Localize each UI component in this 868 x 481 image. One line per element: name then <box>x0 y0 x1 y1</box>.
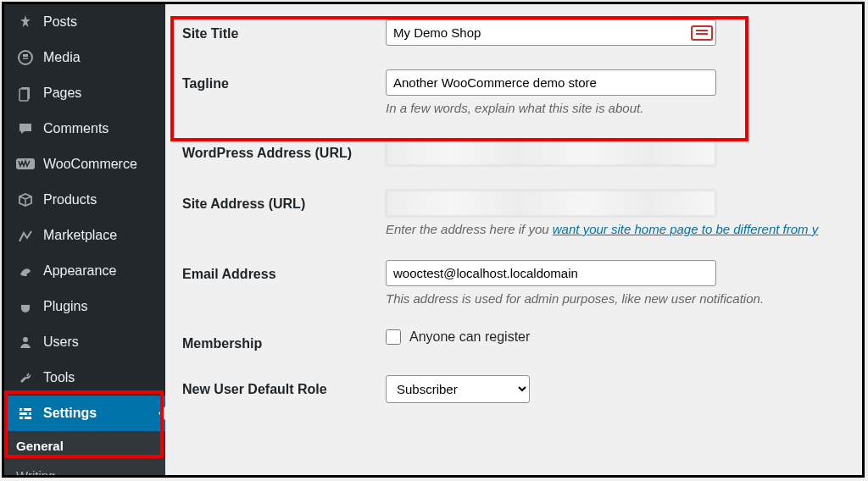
settings-general-form: Site Title Tagline In a few words, expla… <box>165 4 862 475</box>
label-wordpress-url: WordPress Address (URL) <box>182 139 386 166</box>
submenu-item-writing[interactable]: Writing <box>4 461 165 478</box>
settings-icon <box>16 404 35 423</box>
admin-sidebar: Posts Media Pages Comments WooCommerce <box>4 4 165 475</box>
tagline-help: In a few words, explain what this site i… <box>386 101 862 115</box>
sidebar-item-posts[interactable]: Posts <box>4 4 165 40</box>
site-url-help: Enter the address here if you want your … <box>386 222 862 236</box>
sidebar-item-label: Marketplace <box>43 228 117 243</box>
sidebar-item-label: Settings <box>43 406 97 421</box>
label-new-user-role: New User Default Role <box>182 375 386 403</box>
wordpress-url-input[interactable] <box>386 139 716 166</box>
sidebar-item-label: Media <box>43 50 81 65</box>
sidebar-item-label: Tools <box>43 370 75 385</box>
sidebar-item-label: WooCommerce <box>43 157 137 172</box>
svg-point-4 <box>23 337 28 342</box>
sidebar-item-label: Comments <box>43 121 108 136</box>
sidebar-item-marketplace[interactable]: Marketplace <box>4 218 165 253</box>
submenu-item-general[interactable]: General <box>4 431 165 461</box>
sidebar-item-label: Appearance <box>43 263 116 279</box>
new-user-role-select[interactable]: Subscriber <box>386 375 530 403</box>
sidebar-item-media[interactable]: Media <box>4 40 165 75</box>
sidebar-item-comments[interactable]: Comments <box>4 111 165 147</box>
label-membership: Membership <box>182 329 386 351</box>
products-icon <box>16 191 35 209</box>
password-manager-icon[interactable] <box>691 25 713 41</box>
sidebar-item-tools[interactable]: Tools <box>4 360 165 395</box>
sidebar-item-settings[interactable]: Settings <box>4 395 165 431</box>
sidebar-item-label: Products <box>43 192 97 207</box>
site-title-input[interactable] <box>386 19 716 46</box>
membership-checkbox-label: Anyone can register <box>409 329 530 345</box>
svg-rect-6 <box>19 412 31 415</box>
site-url-help-link[interactable]: want your site home page to be different… <box>553 222 819 236</box>
sidebar-item-plugins[interactable]: Plugins <box>4 289 165 324</box>
svg-point-8 <box>22 408 25 411</box>
label-site-title: Site Title <box>182 19 386 46</box>
users-icon <box>16 333 35 351</box>
marketplace-icon <box>16 226 35 245</box>
label-site-url: Site Address (URL) <box>182 190 386 236</box>
media-icon <box>16 48 35 67</box>
svg-rect-5 <box>19 408 31 411</box>
sidebar-item-users[interactable]: Users <box>4 324 165 360</box>
tagline-input[interactable] <box>386 69 716 96</box>
row-site-url: Site Address (URL) Enter the address her… <box>182 190 862 236</box>
row-new-user-role: New User Default Role Subscriber <box>182 375 862 403</box>
row-wordpress-url: WordPress Address (URL) <box>182 139 862 166</box>
appearance-icon <box>16 262 35 280</box>
sidebar-item-products[interactable]: Products <box>4 182 165 218</box>
svg-rect-2 <box>19 89 28 101</box>
sidebar-item-label: Pages <box>43 86 81 101</box>
row-site-title: Site Title <box>182 19 862 46</box>
svg-point-10 <box>23 417 25 419</box>
membership-checkbox-line[interactable]: Anyone can register <box>386 329 862 345</box>
sidebar-item-appearance[interactable]: Appearance <box>4 253 165 289</box>
sidebar-item-label: Users <box>43 334 79 350</box>
pages-icon <box>16 84 35 102</box>
membership-checkbox[interactable] <box>386 329 401 345</box>
site-url-input[interactable] <box>386 190 716 217</box>
svg-rect-7 <box>19 417 31 419</box>
sidebar-item-label: Plugins <box>43 299 87 314</box>
woocommerce-icon <box>16 155 35 174</box>
row-email: Email Address This address is used for a… <box>182 260 862 306</box>
row-tagline: Tagline In a few words, explain what thi… <box>182 69 862 115</box>
svg-point-0 <box>19 51 32 64</box>
row-membership: Membership Anyone can register <box>182 329 862 351</box>
email-input[interactable] <box>386 260 716 286</box>
sidebar-item-label: Posts <box>43 14 77 30</box>
plugins-icon <box>16 297 35 316</box>
tools-icon <box>16 368 35 387</box>
comment-icon <box>16 119 35 138</box>
sidebar-item-pages[interactable]: Pages <box>4 75 165 111</box>
email-help: This address is used for admin purposes,… <box>386 291 862 306</box>
site-url-help-text: Enter the address here if you <box>386 222 553 236</box>
svg-point-9 <box>27 412 30 415</box>
pin-icon <box>16 13 35 31</box>
settings-submenu: General Writing <box>4 431 165 478</box>
label-email: Email Address <box>182 260 386 306</box>
sidebar-item-woocommerce[interactable]: WooCommerce <box>4 147 165 182</box>
label-tagline: Tagline <box>182 69 386 115</box>
